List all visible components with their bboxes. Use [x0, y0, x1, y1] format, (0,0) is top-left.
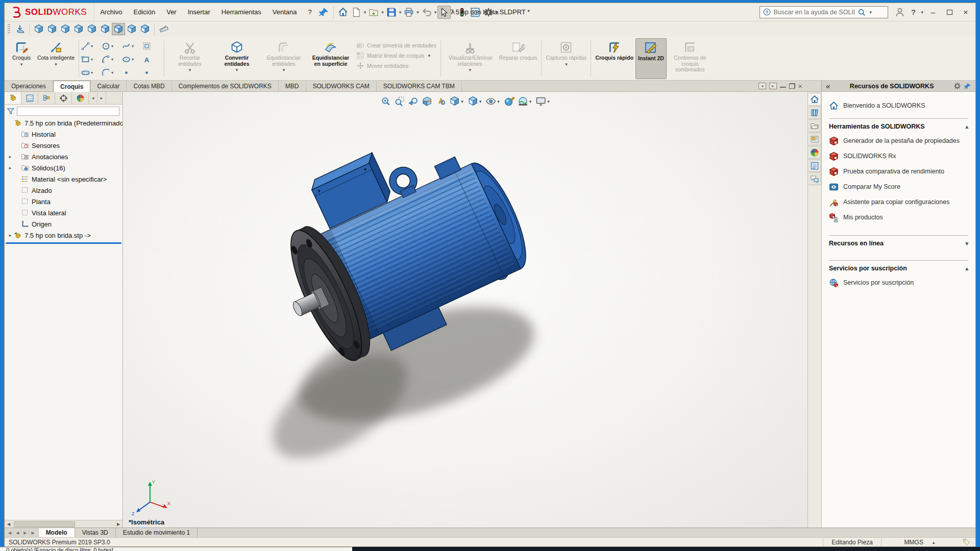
rebuild-button[interactable] [455, 6, 469, 19]
tree-item-material[interactable]: Material <sin especificar> [5, 173, 122, 185]
rapid-sketch-button[interactable]: Croquis rápido [593, 38, 635, 79]
home-button[interactable] [336, 6, 350, 19]
expand-arrow-icon[interactable]: ▸ [7, 165, 14, 170]
menu-ventana[interactable]: Ventana [267, 3, 303, 21]
collapse-chevron-icon[interactable]: ▴ [965, 265, 968, 272]
smart-dimension-button[interactable]: Cota inteligente ▾ [35, 38, 77, 79]
tab-dimxpertmanager[interactable] [55, 92, 72, 104]
tab-propertymanager[interactable] [21, 92, 38, 104]
task-tab-custom-properties[interactable] [808, 159, 821, 172]
options-dropdown-caret[interactable]: ▾ [496, 10, 499, 15]
view-settings-button[interactable]: ▾ [534, 95, 552, 107]
line-tool-button[interactable]: ▾ [81, 39, 101, 53]
tab-croquis[interactable]: Croquis [53, 81, 90, 92]
undo-button[interactable] [420, 6, 433, 19]
open-button[interactable] [367, 6, 380, 19]
section-recursos-online[interactable]: Recursos en línea ▾ [829, 235, 968, 247]
instant-2d-button[interactable]: Instant 2D [635, 38, 667, 79]
slot-tool-button[interactable]: ▾ [81, 66, 101, 79]
task-tab-design-library[interactable] [808, 106, 821, 119]
ellipse-tool-button[interactable]: ▾ [122, 53, 141, 66]
tree-horizontal-scrollbar[interactable]: ◀ ▶ [5, 520, 122, 528]
search-input[interactable] [773, 9, 855, 16]
search-icon[interactable] [857, 8, 866, 16]
tree-item-alzado[interactable]: Alzado [5, 185, 122, 196]
view-trimetric-button[interactable] [125, 23, 138, 35]
status-tag-button[interactable] [958, 538, 975, 546]
point-tool-button[interactable] [122, 66, 141, 79]
select-tool-button[interactable] [437, 6, 451, 19]
apply-scene-button[interactable]: ▾ [517, 95, 534, 107]
rectangle-tool-button[interactable]: ▾ [81, 53, 101, 66]
tree-item-anotaciones[interactable]: ▸Anotaciones [5, 151, 122, 162]
welcome-link[interactable]: Bienvenido a SOLIDWORKS [829, 99, 968, 112]
prev-tab-button[interactable]: ◀ [14, 531, 21, 535]
circle-tool-button[interactable]: ▾ [102, 39, 121, 53]
menu-ver[interactable]: Ver [161, 3, 182, 21]
first-tab-button[interactable]: ◀ [6, 531, 14, 535]
task-tab-forum[interactable] [808, 172, 821, 185]
tree-item-vista-lateral[interactable]: Vista lateral [5, 207, 122, 218]
tab-modelo[interactable]: Modelo [39, 528, 75, 537]
scroll-left-arrow[interactable]: ◀ [5, 522, 13, 527]
doc-restore-button[interactable] [789, 83, 795, 89]
tabs-scroll-right[interactable]: ▸ [97, 92, 106, 104]
expand-arrow-icon[interactable]: ▸ [7, 154, 14, 159]
spline-tool-button[interactable]: ▾ [122, 39, 141, 53]
pattern-preview-button[interactable] [142, 39, 162, 53]
task-tab-file-explorer[interactable] [808, 119, 821, 132]
property-tab-builder-link[interactable]: Generador de la pestaña de propiedades [829, 134, 968, 147]
view-top-button[interactable] [85, 23, 99, 35]
view-front-button[interactable] [32, 23, 45, 35]
task-pane-pin-icon[interactable] [964, 83, 971, 90]
login-user-icon[interactable] [893, 6, 906, 19]
tree-root-item[interactable]: 7.5 hp con brida (Predeterminado<<Pr [5, 117, 122, 129]
view-dimetric-button[interactable] [138, 23, 152, 35]
subscription-services-link[interactable]: Servicios por suscripción [829, 276, 968, 289]
section-suscripcion[interactable]: Servicios por suscripción ▴ [829, 260, 968, 272]
tab-configurationmanager[interactable] [38, 92, 55, 104]
toolbar-grip[interactable] [8, 24, 10, 34]
view-back-button[interactable] [45, 23, 59, 35]
my-products-link[interactable]: Mis productos [829, 211, 968, 224]
task-tab-appearances[interactable] [808, 146, 821, 159]
new-dropdown-caret[interactable]: ▾ [364, 10, 366, 15]
point-small-button[interactable] [142, 66, 162, 79]
collapse-chevron-icon[interactable]: ▴ [965, 123, 968, 130]
undo-dropdown-caret[interactable]: ▾ [434, 10, 437, 15]
tab-solidworks-cam[interactable]: SOLIDWORKS CAM [306, 81, 377, 91]
tab-mbd[interactable]: MBD [279, 81, 306, 91]
minimize-button[interactable]: – [925, 6, 941, 18]
view-isometric-button[interactable] [112, 23, 125, 35]
tab-solidworks-cam-tbm[interactable]: SOLIDWORKS CAM TBM [377, 81, 462, 91]
last-tab-button[interactable]: ▶ [29, 531, 36, 535]
tab-operaciones[interactable]: Operaciones [5, 81, 53, 91]
tree-item-planta[interactable]: Planta [5, 196, 122, 207]
select-dropdown-caret[interactable]: ▾ [452, 10, 454, 15]
menu-herramientas[interactable]: Herramientas [216, 3, 267, 21]
task-tab-solidworks-resources[interactable] [808, 93, 821, 106]
surface-offset-button[interactable]: Equidistanciar en superficie [307, 38, 354, 79]
menu-archivo[interactable]: Archivo [94, 3, 128, 21]
file-properties-button[interactable] [469, 6, 482, 19]
tab-featuremanager[interactable] [5, 92, 21, 104]
text-tool-button[interactable] [142, 53, 162, 66]
scrollbar-thumb[interactable] [14, 521, 75, 527]
tabs-scroll-left[interactable]: ◂ [89, 92, 97, 104]
measure-button[interactable] [157, 23, 170, 35]
open-dropdown-caret[interactable]: ▾ [381, 10, 384, 15]
search-scope-caret[interactable]: ▾ [869, 10, 872, 15]
compare-my-score-link[interactable]: Comparar My Score [829, 180, 968, 193]
tab-cotas-mbd[interactable]: Cotas MBD [127, 81, 172, 91]
edit-appearance-button[interactable] [503, 95, 516, 107]
tree-item-historial[interactable]: Historial [5, 129, 122, 140]
save-dropdown-caret[interactable]: ▾ [399, 10, 402, 15]
hide-show-items-button[interactable]: ▾ [484, 95, 502, 107]
section-view-button[interactable] [421, 95, 433, 107]
tab-calcular[interactable]: Calcular [90, 81, 127, 91]
new-document-button[interactable] [350, 6, 363, 19]
print-button[interactable] [402, 6, 415, 19]
fillet-tool-button[interactable]: ▾ [102, 66, 121, 79]
view-right-button[interactable] [72, 23, 85, 35]
tree-item-sensores[interactable]: Sensores [5, 140, 122, 151]
